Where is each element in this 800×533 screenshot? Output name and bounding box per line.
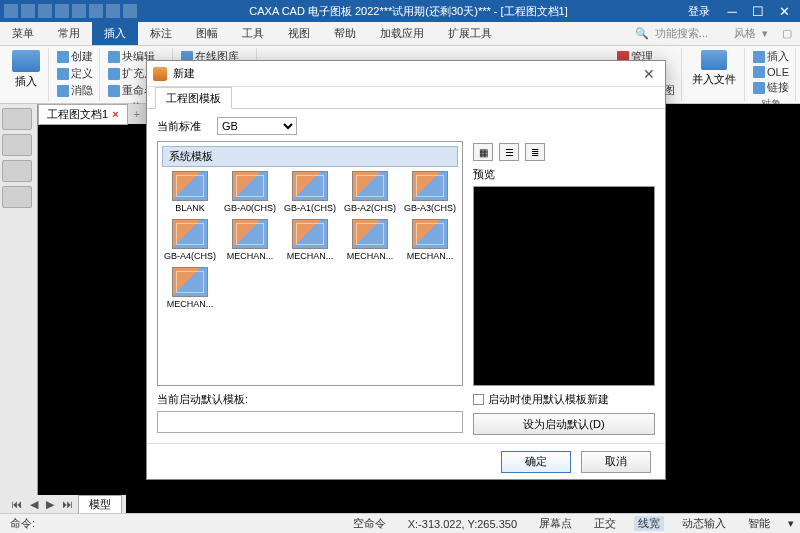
search-placeholder[interactable]: 功能搜索... (655, 26, 708, 41)
tab-drawing-template[interactable]: 工程图模板 (155, 87, 232, 109)
template-item[interactable]: GB-A2(CHS) (342, 171, 398, 213)
template-item[interactable]: GB-A3(CHS) (402, 171, 458, 213)
tab-annotate[interactable]: 标注 (138, 22, 184, 45)
hide-icon (57, 85, 69, 97)
new-dialog: 新建 ✕ 工程图模板 当前标准 GB 系统模板 BLANKGB-A0(CHS)G… (146, 60, 666, 480)
insert-obj-button[interactable]: 插入 (751, 48, 791, 65)
qat-icon[interactable] (55, 4, 69, 18)
ortho-toggle[interactable]: 正交 (590, 516, 620, 531)
smart-toggle[interactable]: 智能 (744, 516, 774, 531)
preview-box (473, 186, 655, 386)
tab-help[interactable]: 帮助 (322, 22, 368, 45)
template-item[interactable]: GB-A4(CHS) (162, 219, 218, 261)
create-button[interactable]: 创建 (55, 48, 95, 65)
template-item[interactable]: MECHAN... (162, 267, 218, 309)
nav-last-icon[interactable]: ⏭ (59, 498, 76, 510)
qat-icon[interactable] (21, 4, 35, 18)
model-tab[interactable]: 模型 (78, 495, 122, 513)
panel-icon[interactable] (2, 134, 32, 156)
template-item[interactable]: MECHAN... (282, 219, 338, 261)
ok-button[interactable]: 确定 (501, 451, 571, 473)
insobj-icon (753, 51, 765, 63)
view-large-icon[interactable]: ▦ (473, 143, 493, 161)
panel-icon[interactable] (2, 108, 32, 130)
qat-icon[interactable] (72, 4, 86, 18)
use-default-checkbox[interactable]: 启动时使用默认模板新建 (473, 392, 655, 407)
template-item[interactable]: MECHAN... (402, 219, 458, 261)
search-icon: 🔍 (635, 27, 649, 40)
system-templates-header: 系统模板 (162, 146, 458, 167)
cancel-button[interactable]: 取消 (581, 451, 651, 473)
template-item[interactable]: MECHAN... (222, 219, 278, 261)
cmd-label: 命令: (6, 516, 39, 531)
template-label: MECHAN... (342, 251, 398, 261)
dialog-title: 新建 (173, 66, 195, 81)
template-label: MECHAN... (162, 299, 218, 309)
template-item[interactable]: BLANK (162, 171, 218, 213)
panel-icon[interactable] (2, 160, 32, 182)
default-template-label: 当前启动默认模板: (157, 392, 463, 407)
template-icon (292, 171, 328, 201)
standard-label: 当前标准 (157, 119, 209, 134)
new-doc-icon (153, 67, 167, 81)
template-item[interactable]: MECHAN... (342, 219, 398, 261)
dialog-close-icon[interactable]: ✕ (639, 66, 659, 82)
template-label: MECHAN... (282, 251, 338, 261)
panel-icon[interactable] (2, 186, 32, 208)
collapse-ribbon-icon[interactable]: ▢ (782, 27, 792, 40)
merge-file-button[interactable]: 并入文件 (688, 48, 740, 89)
qat-icon[interactable] (38, 4, 52, 18)
attr-icon (108, 68, 120, 80)
qat-icon[interactable] (123, 4, 137, 18)
template-icon (232, 171, 268, 201)
view-list-icon[interactable]: ☰ (499, 143, 519, 161)
tab-tools[interactable]: 工具 (230, 22, 276, 45)
add-tab-icon[interactable]: + (128, 108, 146, 120)
tab-insert[interactable]: 插入 (92, 22, 138, 45)
chevron-down-icon[interactable]: ▾ (762, 27, 768, 40)
chevron-down-icon[interactable]: ▾ (788, 517, 794, 530)
hide-button[interactable]: 消隐 (55, 82, 95, 99)
lineweight-toggle[interactable]: 线宽 (634, 516, 664, 531)
tab-view[interactable]: 视图 (276, 22, 322, 45)
insert-block-button[interactable]: 插入 (8, 48, 44, 91)
nav-first-icon[interactable]: ⏮ (8, 498, 25, 510)
tab-common[interactable]: 常用 (46, 22, 92, 45)
template-icon (172, 219, 208, 249)
link-button[interactable]: 链接 (751, 79, 791, 96)
tab-sheet[interactable]: 图幅 (184, 22, 230, 45)
tab-menu[interactable]: 菜单 (0, 22, 46, 45)
screen-point[interactable]: 屏幕点 (535, 516, 576, 531)
dialog-titlebar: 新建 ✕ (147, 61, 665, 87)
dyn-input-toggle[interactable]: 动态输入 (678, 516, 730, 531)
style-dropdown[interactable]: 风格 (734, 26, 756, 41)
tab-addin[interactable]: 加载应用 (368, 22, 436, 45)
qat-icon[interactable] (106, 4, 120, 18)
qat-icon[interactable] (4, 4, 18, 18)
app-title: CAXA CAD 电子图板 2022***试用期(还剩30天)*** - [工程… (137, 4, 680, 19)
tab-extend[interactable]: 扩展工具 (436, 22, 504, 45)
set-default-button[interactable]: 设为启动默认(D) (473, 413, 655, 435)
close-icon[interactable]: ✕ (772, 2, 796, 20)
nav-prev-icon[interactable]: ◀ (27, 498, 41, 511)
minimize-icon[interactable]: ─ (720, 2, 744, 20)
view-detail-icon[interactable]: ≣ (525, 143, 545, 161)
template-icon (172, 267, 208, 297)
template-item[interactable]: GB-A1(CHS) (282, 171, 338, 213)
template-item[interactable]: GB-A0(CHS) (222, 171, 278, 213)
nav-next-icon[interactable]: ▶ (43, 498, 57, 511)
qat-icon[interactable] (89, 4, 103, 18)
template-label: GB-A1(CHS) (282, 203, 338, 213)
doc-tab[interactable]: 工程图文档1× (38, 104, 128, 125)
template-icon (232, 219, 268, 249)
standard-select[interactable]: GB (217, 117, 297, 135)
template-icon (292, 219, 328, 249)
rename-icon (108, 85, 120, 97)
template-label: GB-A4(CHS) (162, 251, 218, 261)
ole-button[interactable]: OLE (751, 65, 791, 79)
define-button[interactable]: 定义 (55, 65, 95, 82)
default-template-input[interactable] (157, 411, 463, 433)
login-button[interactable]: 登录 (680, 3, 718, 20)
maximize-icon[interactable]: ☐ (746, 2, 770, 20)
close-tab-icon[interactable]: × (112, 108, 118, 120)
